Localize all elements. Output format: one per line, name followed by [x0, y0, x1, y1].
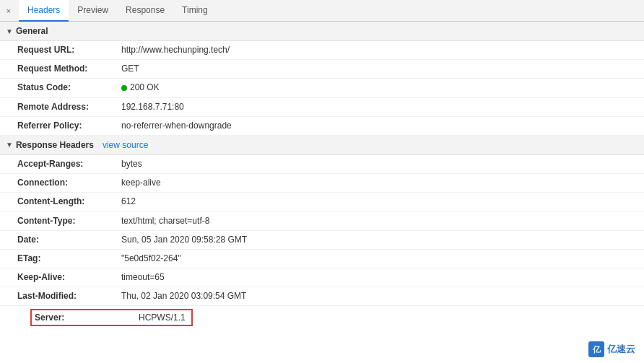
table-row: Keep-Alive: timeout=65	[0, 268, 644, 287]
close-icon[interactable]: ×	[3, 5, 14, 17]
row-key: Accept-Ranges:	[17, 157, 118, 171]
row-value: no-referrer-when-downgrade	[121, 119, 232, 133]
row-value: keep-alive	[121, 176, 161, 190]
row-value: 612	[121, 195, 136, 209]
row-key: ETag:	[17, 252, 118, 266]
response-headers-section-label: Response Headers	[16, 140, 94, 150]
watermark-text: 亿速云	[607, 343, 635, 356]
server-row-container: Server: HCPWS/1.1	[0, 306, 644, 331]
collapse-triangle-response: ▼	[6, 141, 13, 149]
row-value: "5e0d5f02-264"	[121, 252, 181, 266]
row-key: Date:	[17, 233, 118, 247]
row-value: GET	[121, 62, 139, 76]
table-row: Date: Sun, 05 Jan 2020 09:58:28 GMT	[0, 231, 644, 250]
row-key: Keep-Alive:	[17, 271, 118, 284]
row-value: Sun, 05 Jan 2020 09:58:28 GMT	[121, 233, 247, 247]
row-value: 200 OK	[121, 81, 160, 95]
tab-timing[interactable]: Timing	[173, 0, 217, 22]
watermark: 亿 亿速云	[588, 341, 635, 357]
table-row: Connection: keep-alive	[0, 174, 644, 193]
collapse-triangle-general: ▼	[6, 27, 13, 35]
row-value: 192.168.7.71:80	[121, 100, 184, 114]
row-key: Referrer Policy:	[17, 119, 118, 133]
table-row: Request URL: http://www.hechunping.tech/	[0, 41, 644, 60]
tab-bar: × Headers Preview Response Timing	[0, 0, 644, 22]
row-value: Thu, 02 Jan 2020 03:09:54 GMT	[121, 289, 246, 303]
row-key: Connection:	[17, 176, 118, 190]
table-row: Content-Length: 612	[0, 193, 644, 211]
table-row: Request Method: GET	[0, 60, 644, 79]
row-value: bytes	[121, 157, 142, 171]
tab-preview[interactable]: Preview	[69, 0, 117, 22]
watermark-icon: 亿	[588, 341, 604, 357]
row-value: text/html; charset=utf-8	[121, 214, 209, 228]
content-area: ▼ General Request URL: http://www.hechun…	[0, 22, 644, 363]
row-key: Last-Modified:	[17, 289, 118, 303]
row-key: Content-Type:	[17, 214, 118, 228]
row-key: Request URL:	[17, 43, 118, 57]
row-value: HCPWS/1.1	[139, 312, 186, 323]
response-headers-section-header[interactable]: ▼ Response Headers view source	[0, 136, 644, 155]
table-row: Status Code: 200 OK	[0, 79, 644, 97]
row-value: timeout=65	[121, 271, 165, 284]
general-section-label: General	[16, 26, 48, 36]
row-value: http://www.hechunping.tech/	[121, 43, 230, 57]
row-key: Status Code:	[17, 81, 118, 95]
general-section-header[interactable]: ▼ General	[0, 22, 644, 41]
table-row: Remote Address: 192.168.7.71:80	[0, 98, 644, 117]
table-row: Content-Type: text/html; charset=utf-8	[0, 212, 644, 231]
server-highlighted-row: Server: HCPWS/1.1	[30, 309, 193, 326]
status-dot-icon	[121, 85, 127, 91]
table-row: Last-Modified: Thu, 02 Jan 2020 03:09:54…	[0, 287, 644, 306]
row-key: Request Method:	[17, 62, 118, 76]
row-key: Content-Length:	[17, 195, 118, 209]
row-key: Remote Address:	[17, 100, 118, 114]
view-source-link[interactable]: view source	[103, 140, 148, 150]
row-key: Server:	[35, 312, 136, 323]
table-row: ETag: "5e0d5f02-264"	[0, 250, 644, 268]
tab-response[interactable]: Response	[117, 0, 173, 22]
table-row: Referrer Policy: no-referrer-when-downgr…	[0, 117, 644, 136]
table-row: Accept-Ranges: bytes	[0, 155, 644, 174]
tab-headers[interactable]: Headers	[19, 0, 69, 22]
